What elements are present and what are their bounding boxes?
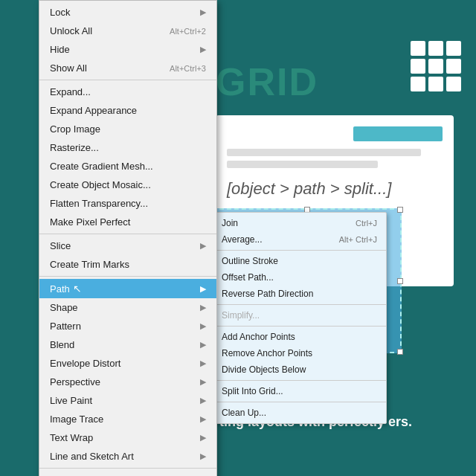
- menu-slice[interactable]: Slice ▶: [39, 237, 216, 255]
- submenu-remove-anchor-label: Remove Anchor Points: [222, 348, 312, 358]
- menu-live-paint-arrow: ▶: [200, 396, 206, 405]
- menu-text-wrap[interactable]: Text Wrap ▶: [39, 428, 216, 447]
- menu-shape[interactable]: Shape ▶: [39, 298, 216, 317]
- card-line2: [227, 161, 378, 168]
- menu-clipping-mask[interactable]: Clipping Mask ▶: [39, 471, 216, 476]
- submenu-reverse-path[interactable]: Reverse Path Direction: [213, 286, 386, 302]
- menu-blend[interactable]: Blend ▶: [39, 335, 216, 354]
- menu-expand[interactable]: Expand...: [39, 83, 216, 101]
- menu-image-trace-label: Image Trace: [50, 414, 103, 425]
- grid-icon: [411, 41, 461, 91]
- menu-create-gradient-mesh[interactable]: Create Gradient Mesh...: [39, 157, 216, 176]
- menu-shape-arrow: ▶: [200, 303, 206, 312]
- menu-lock-label: Lock: [50, 7, 70, 18]
- menu-hide[interactable]: Hide ▶: [39, 40, 216, 59]
- submenu-reverse-path-label: Reverse Path Direction: [222, 289, 313, 299]
- submenu-join[interactable]: Join Ctrl+J: [213, 215, 386, 231]
- submenu-add-anchor-label: Add Anchor Points: [222, 332, 295, 342]
- menu-unlock-all-label: Unlock All: [50, 25, 92, 36]
- menu-line-sketch-art-arrow: ▶: [200, 451, 206, 461]
- menu-show-all-label: Show All: [50, 62, 87, 74]
- submenu-average[interactable]: Average... Alt+ Ctrl+J: [213, 231, 386, 248]
- menu-envelope-distort[interactable]: Envelope Distort ▶: [39, 354, 216, 373]
- card-text: [object > path > split...]: [227, 179, 443, 199]
- menu-perspective[interactable]: Perspective ▶: [39, 373, 216, 391]
- submenu-add-anchor[interactable]: Add Anchor Points: [213, 329, 386, 345]
- menu-pattern-label: Pattern: [50, 321, 81, 332]
- menu-live-paint-label: Live Paint: [50, 395, 92, 406]
- submenu-clean-up-label: Clean Up...: [222, 408, 266, 418]
- menu-lock-arrow: ▶: [200, 7, 206, 17]
- submenu-average-label: Average...: [222, 234, 262, 245]
- menu-rasterize[interactable]: Rasterize...: [39, 138, 216, 157]
- submenu-divider-2: [213, 304, 386, 305]
- submenu-average-shortcut: Alt+ Ctrl+J: [339, 235, 377, 244]
- menu-divider-2: [39, 234, 216, 234]
- handle-mr: [397, 278, 403, 284]
- menu-unlock-all[interactable]: Unlock All Alt+Ctrl+2: [39, 22, 216, 40]
- context-menu: Lock ▶ Unlock All Alt+Ctrl+2 Hide ▶ Show…: [39, 0, 217, 476]
- menu-perspective-arrow: ▶: [200, 377, 206, 387]
- menu-create-trim-marks-label: Create Trim Marks: [50, 259, 129, 270]
- menu-show-all[interactable]: Show All Alt+Ctrl+3: [39, 59, 216, 77]
- menu-line-sketch-art-label: Line and Sketch Art: [50, 451, 134, 462]
- bg-title: GRID: [216, 60, 318, 104]
- submenu-divider-1: [213, 250, 386, 251]
- submenu-offset-path-label: Offset Path...: [222, 272, 274, 283]
- menu-shape-label: Shape: [50, 302, 78, 313]
- submenu-remove-anchor[interactable]: Remove Anchor Points: [213, 345, 386, 361]
- menu-line-sketch-art[interactable]: Line and Sketch Art ▶: [39, 447, 216, 466]
- menu-envelope-distort-label: Envelope Distort: [50, 358, 120, 369]
- menu-image-trace-arrow: ▶: [200, 414, 206, 424]
- menu-make-pixel-perfect[interactable]: Make Pixel Perfect: [39, 213, 216, 231]
- menu-create-trim-marks[interactable]: Create Trim Marks: [39, 255, 216, 274]
- menu-text-wrap-arrow: ▶: [200, 433, 206, 443]
- menu-blend-arrow: ▶: [200, 340, 206, 350]
- menu-divider-3: [39, 276, 216, 277]
- menu-live-paint[interactable]: Live Paint ▶: [39, 391, 216, 410]
- menu-flatten-transparency[interactable]: Flatten Transparency...: [39, 194, 216, 213]
- menu-hide-arrow: ▶: [200, 45, 206, 54]
- submenu-outline-stroke[interactable]: Outline Stroke: [213, 253, 386, 269]
- menu-expand-appearance-label: Expand Appearance: [50, 105, 137, 116]
- menu-crop-image[interactable]: Crop Image: [39, 120, 216, 138]
- menu-path[interactable]: Path ↖ ▶: [39, 279, 216, 298]
- menu-perspective-label: Perspective: [50, 376, 100, 387]
- card-bar: [353, 126, 443, 141]
- menu-path-label: Path: [50, 283, 70, 295]
- menu-make-pixel-perfect-label: Make Pixel Perfect: [50, 216, 130, 228]
- menu-lock[interactable]: Lock ▶: [39, 3, 216, 22]
- card-line1: [227, 149, 421, 156]
- menu-slice-label: Slice: [50, 240, 71, 251]
- submenu-divide-objects-label: Divide Objects Below: [222, 364, 306, 375]
- menu-path-arrow: ▶: [200, 284, 206, 294]
- submenu-simplify[interactable]: Simplify...: [213, 307, 386, 324]
- menu-create-object-mosaic-label: Create Object Mosaic...: [50, 179, 151, 190]
- submenu-divider-3: [213, 326, 386, 327]
- menu-create-object-mosaic[interactable]: Create Object Mosaic...: [39, 176, 216, 194]
- menu-create-gradient-mesh-label: Create Gradient Mesh...: [50, 161, 153, 172]
- submenu-offset-path[interactable]: Offset Path...: [213, 269, 386, 286]
- submenu-clean-up[interactable]: Clean Up...: [213, 405, 386, 421]
- submenu-outline-stroke-label: Outline Stroke: [222, 256, 278, 266]
- menu-expand-label: Expand...: [50, 86, 91, 97]
- menu-text-wrap-label: Text Wrap: [50, 432, 93, 443]
- menu-unlock-all-shortcut: Alt+Ctrl+2: [170, 27, 206, 36]
- menu-pattern[interactable]: Pattern ▶: [39, 317, 216, 335]
- menu-expand-appearance[interactable]: Expand Appearance: [39, 101, 216, 120]
- menu-divider-4: [39, 468, 216, 469]
- submenu-simplify-label: Simplify...: [222, 310, 260, 321]
- menu-envelope-distort-arrow: ▶: [200, 358, 206, 368]
- menu-divider-1: [39, 80, 216, 80]
- path-submenu: Join Ctrl+J Average... Alt+ Ctrl+J Outli…: [212, 212, 387, 424]
- submenu-divide-objects[interactable]: Divide Objects Below: [213, 361, 386, 378]
- menu-rasterize-label: Rasterize...: [50, 142, 99, 153]
- submenu-split-grid[interactable]: Split Into Grid...: [213, 383, 386, 399]
- menu-flatten-transparency-label: Flatten Transparency...: [50, 198, 148, 209]
- menu-blend-label: Blend: [50, 339, 74, 350]
- menu-image-trace[interactable]: Image Trace ▶: [39, 410, 216, 428]
- menu-pattern-arrow: ▶: [200, 321, 206, 331]
- menu-show-all-shortcut: Alt+Ctrl+3: [170, 64, 206, 73]
- cursor-icon: ↖: [73, 283, 82, 295]
- menu-crop-image-label: Crop Image: [50, 123, 100, 135]
